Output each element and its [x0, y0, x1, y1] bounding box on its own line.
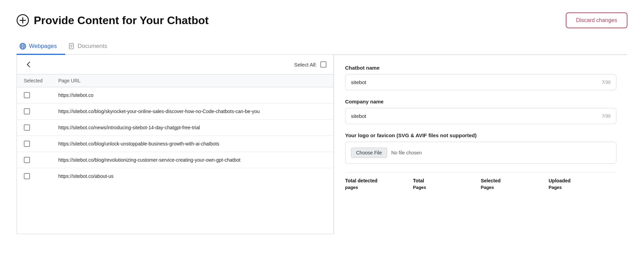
url-text: https://sitebot.co: [58, 92, 326, 98]
discard-changes-button[interactable]: Discard changes: [566, 12, 627, 28]
table-row: https://sitebot.co/news/introducing-site…: [17, 120, 333, 136]
company-name-input[interactable]: sitebot 7/30: [345, 108, 616, 124]
url-text: https://sitebot.co/blog/revolutionizing-…: [58, 157, 326, 163]
company-name-value: sitebot: [351, 113, 366, 119]
stat-total: Total Pages: [413, 178, 481, 190]
url-panel-header: Select All:: [17, 55, 333, 74]
stat-total-detected-label: Total detected: [345, 178, 413, 183]
chatbot-name-label: Chatbot name: [345, 65, 616, 71]
select-all-area: Select All:: [294, 61, 326, 68]
document-icon: [68, 43, 75, 50]
row-checkbox[interactable]: [24, 124, 30, 131]
url-panel: Select All: Selected Page URL https://si…: [17, 55, 334, 234]
page-title: Provide Content for Your Chatbot: [34, 14, 209, 27]
url-text: https://sitebot.co/news/introducing-site…: [58, 125, 326, 130]
table-row: https://sitebot.co/blog/unlock-unstoppab…: [17, 136, 333, 152]
stats-row: Total detected pages Total Pages Selecte…: [345, 172, 616, 190]
company-name-label: Company name: [345, 99, 616, 104]
header-left: Provide Content for Your Chatbot: [17, 14, 209, 27]
column-page-url: Page URL: [58, 78, 326, 83]
tab-webpages-label: Webpages: [29, 43, 57, 50]
url-text: https://sitebot.co/blog/unlock-unstoppab…: [58, 141, 326, 147]
url-text: https://sitebot.co/blog/skyrocket-your-o…: [58, 109, 326, 114]
stat-total-label: Total: [413, 178, 481, 183]
row-checkbox[interactable]: [24, 157, 30, 163]
row-checkbox[interactable]: [24, 92, 30, 98]
stat-total-detected-sublabel: pages: [345, 185, 413, 190]
chatbot-name-input[interactable]: sitebot 7/30: [345, 74, 616, 90]
chatbot-name-value: sitebot: [351, 79, 366, 85]
tab-documents-label: Documents: [78, 43, 107, 50]
globe-icon: [19, 43, 26, 50]
file-input-wrapper: Choose File No file chosen: [345, 142, 616, 164]
tab-webpages[interactable]: Webpages: [17, 39, 65, 55]
plus-circle-icon: [17, 14, 29, 27]
stat-uploaded-sublabel: Pages: [549, 185, 616, 190]
stat-selected-label: Selected: [481, 178, 549, 183]
url-list: Selected Page URL https://sitebot.co htt…: [17, 74, 333, 184]
back-button[interactable]: [24, 60, 33, 69]
url-table-header: Selected Page URL: [17, 74, 333, 87]
stat-total-sublabel: Pages: [413, 185, 481, 190]
stat-uploaded: Uploaded Pages: [549, 178, 616, 190]
page-header: Provide Content for Your Chatbot Discard…: [17, 12, 627, 28]
url-text: https://sitebot.co/about-us: [58, 173, 326, 179]
stat-selected-sublabel: Pages: [481, 185, 549, 190]
choose-file-button[interactable]: Choose File: [351, 148, 387, 158]
no-file-text: No file chosen: [391, 150, 422, 155]
table-row: https://sitebot.co/blog/revolutionizing-…: [17, 152, 333, 168]
select-all-checkbox[interactable]: [320, 61, 326, 68]
select-all-label: Select All:: [294, 62, 317, 68]
tab-documents[interactable]: Documents: [65, 39, 115, 55]
main-content: Select All: Selected Page URL https://si…: [17, 55, 627, 234]
table-row: https://sitebot.co/about-us: [17, 168, 333, 184]
column-selected: Selected: [24, 78, 58, 83]
table-row: https://sitebot.co: [17, 87, 333, 103]
company-name-count: 7/30: [602, 113, 611, 119]
stat-total-detected: Total detected pages: [345, 178, 413, 190]
tab-bar: Webpages Documents: [17, 39, 627, 55]
row-checkbox[interactable]: [24, 173, 30, 179]
row-checkbox[interactable]: [24, 141, 30, 147]
table-row: https://sitebot.co/blog/skyrocket-your-o…: [17, 103, 333, 120]
right-panel: Chatbot name sitebot 7/30 Company name s…: [334, 55, 627, 234]
stat-uploaded-label: Uploaded: [549, 178, 616, 183]
chatbot-name-count: 7/30: [602, 80, 611, 85]
logo-label: Your logo or favicon (SVG & AVIF files n…: [345, 132, 616, 138]
stat-selected: Selected Pages: [481, 178, 549, 190]
row-checkbox[interactable]: [24, 108, 30, 114]
